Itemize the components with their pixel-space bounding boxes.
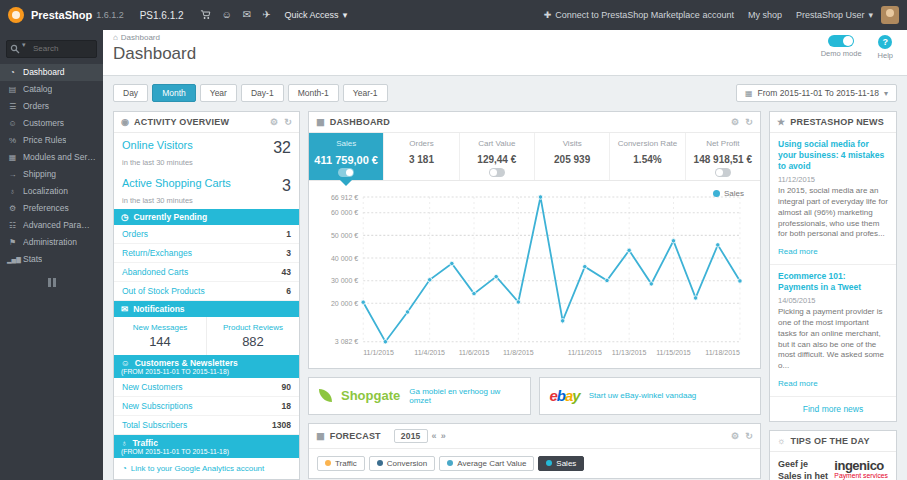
- kpi-cart-value[interactable]: Cart Value 129,44 €: [460, 133, 535, 180]
- clock-icon: ◷: [121, 212, 128, 222]
- kpi-toggle-icon[interactable]: [338, 168, 354, 177]
- shop-name[interactable]: PS1.6.1.2: [140, 10, 184, 21]
- forecast-legend-traffic[interactable]: Traffic: [317, 456, 365, 471]
- ingenico-logo: ingenico Payment services: [834, 459, 888, 480]
- page-title: Dashboard: [113, 44, 897, 64]
- quick-access-menu[interactable]: Quick Access ▾: [285, 10, 348, 20]
- article-title-link[interactable]: Ecommerce 101: Payments in a Tweet: [778, 271, 888, 293]
- gear-icon[interactable]: ⚙: [731, 431, 739, 441]
- svg-text:11/4/2015: 11/4/2015: [414, 349, 445, 356]
- my-shop-label: My shop: [748, 10, 782, 20]
- kpi-net-profit[interactable]: Net Profit 148 918,51 €: [686, 133, 760, 180]
- sidebar-item-customers[interactable]: ☺ Customers: [0, 115, 103, 132]
- my-shop-link[interactable]: My shop: [748, 10, 782, 20]
- sidebar-item-price-rules[interactable]: % Price Rules: [0, 132, 103, 149]
- google-analytics-link[interactable]: ◔ Link to your Google Analytics account: [114, 458, 299, 479]
- user-menu[interactable]: PrestaShop User ▾: [796, 10, 873, 20]
- article-title-link[interactable]: Using social media for your business: 4 …: [778, 139, 888, 172]
- filter-day-button[interactable]: Day: [113, 84, 148, 102]
- shopgate-module-ad[interactable]: Shopgate Ga mobiel en verhoog uw omzet: [308, 377, 531, 415]
- tips-panel-title: TIPS OF THE DAY: [790, 436, 869, 446]
- sidebar-item-preferences[interactable]: ⚙ Preferences: [0, 200, 103, 217]
- refresh-icon[interactable]: ↻: [745, 117, 753, 127]
- customers-row-total-subscribers[interactable]: Total Subscribers 1308: [114, 416, 299, 435]
- breadcrumb-label[interactable]: Dashboard: [121, 33, 160, 42]
- sidebar-item-administration[interactable]: ⚑ Administration: [0, 234, 103, 251]
- customers-row-new-customers[interactable]: New Customers 90: [114, 378, 299, 397]
- read-more-link[interactable]: Read more: [778, 247, 818, 256]
- filter-year-button[interactable]: Year: [200, 84, 237, 102]
- ingenico-wordmark: ingenico: [834, 459, 888, 472]
- profile-icon[interactable]: ☺: [222, 10, 232, 20]
- shopgate-ad-link[interactable]: Ga mobiel en verhoog uw omzet: [409, 387, 519, 405]
- kpi-row: Sales 411 759,00 € Orders 3 181 Cart Val…: [309, 133, 760, 181]
- pending-row-returns[interactable]: Return/Exchanges 3: [114, 244, 299, 263]
- filter-day-1-button[interactable]: Day-1: [241, 84, 284, 102]
- sidebar-item-label: Shipping: [23, 169, 56, 179]
- kpi-toggle-icon[interactable]: [715, 168, 731, 177]
- sidebar-item-advanced-parameters[interactable]: ☷ Advanced Parameters: [0, 217, 103, 234]
- search-scope-caret-icon[interactable]: ▾: [22, 41, 26, 49]
- sidebar-item-shipping[interactable]: → Shipping: [0, 166, 103, 183]
- forecast-legend: Traffic Conversion Average Cart Value: [309, 449, 760, 478]
- legend-label: Average Cart Value: [457, 459, 526, 468]
- forecast-year-select[interactable]: 2015: [394, 429, 428, 443]
- sidebar-item-localization[interactable]: ♁ Localization: [0, 183, 103, 200]
- filter-year-1-button[interactable]: Year-1: [343, 84, 388, 102]
- forecast-legend-conversion[interactable]: Conversion: [369, 456, 435, 471]
- refresh-icon[interactable]: ↻: [745, 431, 753, 441]
- demo-mode-toggle[interactable]: Demo mode: [821, 35, 862, 60]
- filter-month-1-button[interactable]: Month-1: [288, 84, 339, 102]
- cart-icon[interactable]: [200, 9, 211, 22]
- kpi-sales[interactable]: Sales 411 759,00 €: [309, 133, 384, 180]
- traffic-subtitle: (FROM 2015-11-01 TO 2015-11-18): [121, 448, 292, 455]
- rocket-icon[interactable]: ✈: [262, 10, 270, 20]
- svg-text:11/6/2015: 11/6/2015: [459, 349, 490, 356]
- date-range-picker[interactable]: ▦ From 2015-11-01 To 2015-11-18 ▾: [736, 84, 897, 102]
- forecast-legend-sales[interactable]: Sales: [538, 456, 584, 471]
- filter-bar: Day Month Year Day-1 Month-1 Year-1 ▦ Fr…: [113, 84, 897, 102]
- gear-icon[interactable]: ⚙: [731, 117, 739, 127]
- row-label: Return/Exchanges: [122, 248, 192, 258]
- refresh-icon[interactable]: ↻: [284, 117, 292, 127]
- pending-row-out-of-stock[interactable]: Out of Stock Products 6: [114, 282, 299, 301]
- new-messages-cell[interactable]: New Messages 144: [114, 317, 206, 355]
- product-reviews-cell[interactable]: Product Reviews 882: [206, 317, 299, 355]
- active-carts-label[interactable]: Active Shopping Carts: [122, 177, 231, 189]
- user-avatar[interactable]: [881, 6, 899, 24]
- kpi-conversion-rate[interactable]: Conversion Rate 1.54%: [610, 133, 685, 180]
- marketplace-connect-link[interactable]: ✚ Connect to PrestaShop Marketplace acco…: [544, 10, 734, 20]
- customers-row-new-subscriptions[interactable]: New Subscriptions 18: [114, 397, 299, 416]
- sidebar-item-stats[interactable]: ▂▅▇ Stats: [0, 251, 103, 268]
- read-more-link[interactable]: Read more: [778, 379, 818, 388]
- previous-year-icon[interactable]: «: [432, 431, 437, 441]
- find-more-news-link[interactable]: Find more news: [770, 397, 896, 421]
- kpi-toggle-icon[interactable]: [489, 168, 505, 177]
- main-area: ⌂ Dashboard Dashboard Demo mode ? Help D…: [103, 30, 907, 480]
- sidebar-item-orders[interactable]: ☰ Orders: [0, 98, 103, 115]
- pending-row-orders[interactable]: Orders 1: [114, 225, 299, 244]
- sidebar-item-modules[interactable]: ▦ Modules and Services: [0, 149, 103, 166]
- collapse-sidebar-button[interactable]: [46, 278, 58, 287]
- help-button[interactable]: ? Help: [878, 35, 893, 60]
- tips-body: Geef je Sales in het buitenland een Boos…: [770, 452, 896, 480]
- kpi-visits[interactable]: Visits 205 939: [535, 133, 610, 180]
- ebay-module-ad[interactable]: ebay Start uw eBay-winkel vandaag: [539, 377, 762, 415]
- mail-icon[interactable]: ✉: [243, 10, 251, 20]
- sidebar-item-dashboard[interactable]: ◔ Dashboard: [0, 64, 103, 81]
- row-label: Total Subscribers: [122, 420, 187, 430]
- news-article: Ecommerce 101: Payments in a Tweet 14/05…: [770, 265, 896, 397]
- forecast-legend-average-cart-value[interactable]: Average Cart Value: [439, 456, 534, 471]
- row-value: 18: [282, 401, 291, 411]
- ebay-ad-link[interactable]: Start uw eBay-winkel vandaag: [589, 391, 697, 400]
- help-label: Help: [878, 51, 893, 60]
- toggle-switch-icon[interactable]: [828, 35, 854, 47]
- svg-text:66 912 €: 66 912 €: [331, 194, 358, 201]
- filter-month-button[interactable]: Month: [152, 84, 196, 102]
- sidebar-item-catalog[interactable]: ▤ Catalog: [0, 81, 103, 98]
- pending-row-abandoned-carts[interactable]: Abandoned Carts 43: [114, 263, 299, 282]
- online-visitors-label[interactable]: Online Visitors: [122, 139, 193, 151]
- kpi-orders[interactable]: Orders 3 181: [384, 133, 459, 180]
- gear-icon[interactable]: ⚙: [270, 117, 278, 127]
- next-year-icon[interactable]: »: [441, 431, 446, 441]
